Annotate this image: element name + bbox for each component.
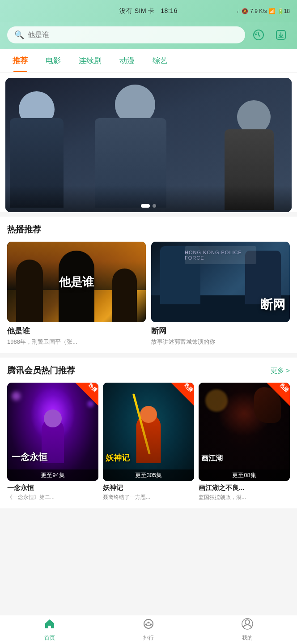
banner[interactable] bbox=[5, 78, 292, 212]
search-bar-container: 🔍 bbox=[0, 22, 297, 49]
hot-card-duanwang[interactable]: HONG KONG POLICE FORCE 断网 断网 故事讲述郭富城饰演的称 bbox=[151, 242, 290, 346]
hot-section-title: 热播推荐 bbox=[7, 224, 41, 235]
hot-card-tashishui[interactable]: 他是谁 他是谁 1988年，刑警卫国平（张... bbox=[7, 242, 146, 346]
wifi-icon: 📶 bbox=[269, 8, 276, 14]
download-button[interactable] bbox=[272, 26, 290, 44]
bottom-nav: 首页 排行 我的 bbox=[0, 615, 297, 644]
user-icon bbox=[242, 618, 253, 632]
history-button[interactable] bbox=[250, 26, 267, 44]
banner-dot-1 bbox=[141, 204, 150, 208]
search-input[interactable] bbox=[28, 31, 238, 39]
bottom-nav-rank-label: 排行 bbox=[143, 634, 154, 642]
tab-movies[interactable]: 电影 bbox=[37, 49, 70, 72]
hot-cards: 他是谁 他是谁 1988年，刑警卫国平（张... HONG KO bbox=[7, 242, 290, 346]
tab-anime[interactable]: 动漫 bbox=[110, 49, 144, 72]
hot-card-image-duan: HONG KONG POLICE FORCE 断网 bbox=[151, 242, 290, 322]
hot-card-desc-duan: 故事讲述郭富城饰演的称 bbox=[151, 338, 290, 346]
vip-card-name-hua: 画江湖之不良... bbox=[199, 484, 290, 492]
status-bar: 没有 SIM 卡 18:16 ⑁ 🔕 7.9 K/s 📶 🔋18 bbox=[0, 0, 297, 22]
vip-section-header: 腾讯会员热门推荐 更多 > bbox=[7, 365, 290, 376]
vip-section-title: 腾讯会员热门推荐 bbox=[7, 365, 75, 376]
vip-cards: 一念永恒 热播 更至94集 一念永恒 《一念永恒》第二... bbox=[7, 383, 290, 501]
he-title-overlay: 他是谁 bbox=[59, 274, 94, 290]
tab-recommend[interactable]: 推荐 bbox=[4, 49, 37, 72]
svg-point-5 bbox=[150, 623, 152, 625]
banner-gradient bbox=[5, 185, 292, 212]
episode-badge-yinian: 更至94集 bbox=[7, 469, 98, 481]
he-image: 他是谁 bbox=[7, 242, 146, 322]
vip-card-yinian[interactable]: 一念永恒 热播 更至94集 一念永恒 《一念永恒》第二... bbox=[7, 383, 98, 501]
bottom-nav-home-label: 首页 bbox=[44, 634, 55, 642]
hot-card-image-tashishui: 他是谁 bbox=[7, 242, 146, 322]
vip-card-yaoshen[interactable]: 妖神记 热播 更至305集 妖神记 聂离终结了一方恶... bbox=[103, 383, 194, 501]
yaoshen-text: 妖神记 bbox=[106, 452, 130, 463]
vip-card-image-yinian: 一念永恒 热播 更至94集 bbox=[7, 383, 98, 481]
vip-card-desc-yaoshen: 聂离终结了一方恶... bbox=[103, 494, 194, 501]
bottom-nav-rank[interactable]: 排行 bbox=[99, 618, 198, 642]
hot-card-name-he: 他是谁 bbox=[7, 326, 146, 336]
episode-badge-yaoshen: 更至305集 bbox=[103, 469, 194, 481]
notification-icon: 🔕 bbox=[242, 8, 248, 14]
bluetooth-icon: ⑁ bbox=[237, 8, 240, 14]
vip-card-name-yaoshen: 妖神记 bbox=[103, 484, 194, 492]
hot-section-header: 热播推荐 bbox=[7, 224, 290, 235]
home-icon bbox=[44, 618, 55, 632]
status-icons: ⑁ 🔕 7.9 K/s 📶 🔋18 bbox=[237, 8, 290, 14]
vip-card-hua[interactable]: 画江湖 热播 更至08集 画江湖之不良... 监国独揽朝政，漠... bbox=[199, 383, 290, 501]
hua-text: 画江湖 bbox=[201, 454, 223, 463]
vip-card-image-yaoshen: 妖神记 热播 更至305集 bbox=[103, 383, 194, 481]
vip-more-button[interactable]: 更多 > bbox=[271, 367, 290, 375]
bottom-nav-mine-label: 我的 bbox=[242, 634, 253, 642]
svg-point-6 bbox=[245, 620, 250, 624]
bottom-nav-mine[interactable]: 我的 bbox=[198, 618, 297, 642]
network-speed: 7.9 K/s bbox=[250, 8, 267, 14]
vip-card-desc-yinian: 《一念永恒》第二... bbox=[7, 494, 98, 501]
banner-section[interactable] bbox=[0, 73, 297, 212]
crown-icon bbox=[143, 618, 154, 632]
episode-badge-hua: 更至08集 bbox=[199, 469, 290, 481]
banner-image bbox=[5, 78, 292, 212]
status-text: 没有 SIM 卡 18:16 bbox=[119, 7, 177, 15]
search-input-wrap[interactable]: 🔍 bbox=[7, 26, 245, 43]
vip-card-name-yinian: 一念永恒 bbox=[7, 484, 98, 492]
banner-dot-2 bbox=[153, 204, 156, 208]
hot-card-name-duan: 断网 bbox=[151, 326, 290, 336]
yinian-text: 一念永恒 bbox=[12, 451, 47, 463]
duan-title-overlay: 断网 bbox=[260, 296, 285, 313]
tab-variety[interactable]: 综艺 bbox=[144, 49, 177, 72]
hot-card-desc-he: 1988年，刑警卫国平（张... bbox=[7, 338, 146, 346]
duan-image: HONG KONG POLICE FORCE 断网 bbox=[151, 242, 290, 322]
hot-section: 热播推荐 他是谁 他是 bbox=[0, 217, 297, 353]
search-icon: 🔍 bbox=[14, 30, 24, 40]
svg-point-3 bbox=[148, 622, 149, 623]
svg-point-4 bbox=[145, 623, 146, 625]
tab-series[interactable]: 连续剧 bbox=[70, 49, 110, 72]
bottom-nav-home[interactable]: 首页 bbox=[0, 618, 99, 642]
banner-dots bbox=[141, 204, 156, 208]
vip-section: 腾讯会员热门推荐 更多 > 一念永恒 bbox=[0, 358, 297, 508]
nav-tabs: 推荐 电影 连续剧 动漫 综艺 bbox=[0, 49, 297, 73]
vip-card-desc-hua: 监国独揽朝政，漠... bbox=[199, 494, 290, 501]
vip-card-image-hua: 画江湖 热播 更至08集 bbox=[199, 383, 290, 481]
battery-icon: 🔋18 bbox=[277, 8, 290, 14]
